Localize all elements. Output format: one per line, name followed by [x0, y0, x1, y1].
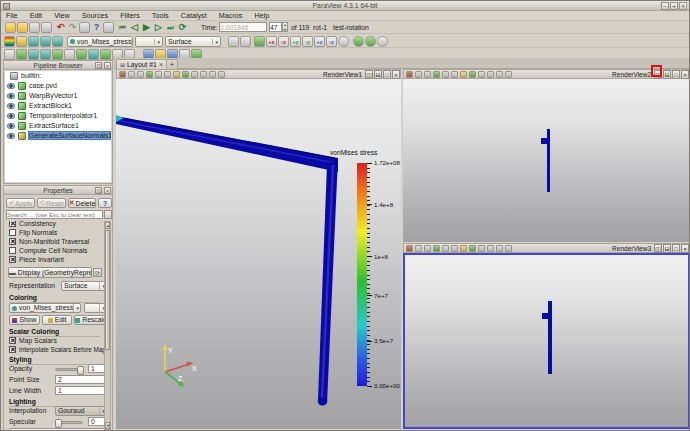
- coloring-component-combo[interactable]: ▾: [84, 303, 106, 313]
- pushpin-icon[interactable]: [119, 71, 126, 78]
- slider-handle[interactable]: [77, 366, 84, 375]
- rescale-button[interactable]: Rescale: [74, 315, 106, 325]
- properties-header[interactable]: Properties ⊡ ×: [4, 186, 112, 195]
- zoom-to-data-icon[interactable]: [228, 36, 239, 47]
- eye-visibility-icon[interactable]: [7, 123, 15, 129]
- link-camera-icon[interactable]: [128, 71, 135, 78]
- rescale-to-temporal-range-icon[interactable]: [52, 36, 63, 47]
- calculator-icon[interactable]: [4, 49, 15, 60]
- set-view-minus-x-icon[interactable]: -x: [278, 36, 289, 47]
- checkbox[interactable]: [9, 346, 16, 353]
- rescale-to-custom-range-icon[interactable]: [40, 36, 51, 47]
- new-layout-tab-button[interactable]: +: [166, 59, 178, 69]
- edit-color-map-button[interactable]: Edit: [42, 315, 72, 325]
- zoom-to-box-icon[interactable]: [164, 71, 171, 78]
- tab-layout-1[interactable]: ⊞ Layout #1 ×: [116, 59, 167, 69]
- legend-color-bar[interactable]: [357, 163, 367, 386]
- frame-spin-arrows-icon[interactable]: ▲▼: [282, 22, 288, 32]
- specular-slider[interactable]: [55, 421, 83, 424]
- link-camera-icon[interactable]: [415, 71, 422, 78]
- close-icon[interactable]: ×: [104, 62, 111, 69]
- representation-selector-combo[interactable]: Surface ▾: [165, 36, 221, 47]
- set-view-minus-x-icon[interactable]: [469, 71, 476, 78]
- set-view-minus-y-icon[interactable]: [200, 71, 207, 78]
- specular-color-button[interactable]: Specular Color: [9, 428, 106, 430]
- pipeline-item-selected[interactable]: GenerateSurfaceNormals1: [5, 131, 111, 141]
- reset-camera-icon[interactable]: [433, 245, 440, 252]
- component-selector-combo[interactable]: ▾: [135, 36, 163, 47]
- pipeline-item-builtin[interactable]: builtin:: [5, 71, 111, 81]
- checkbox[interactable]: [9, 337, 16, 344]
- split-vertical-icon[interactable]: ⊟: [374, 70, 382, 79]
- maximize-view-icon[interactable]: □: [672, 70, 680, 79]
- auto-apply-icon[interactable]: [103, 22, 114, 33]
- menu-macros[interactable]: Macros: [214, 11, 248, 21]
- scroll-up-icon[interactable]: ▲: [105, 222, 110, 229]
- scalar-bar-icon[interactable]: [4, 36, 15, 47]
- connect-server-icon[interactable]: [29, 22, 40, 33]
- set-view-plus-y-icon[interactable]: [478, 71, 485, 78]
- set-view-plus-x-icon[interactable]: [460, 245, 467, 252]
- pipeline-item[interactable]: case.pvd: [5, 81, 111, 91]
- set-view-minus-z-icon[interactable]: [505, 245, 512, 252]
- split-vertical-icon[interactable]: ⊟: [663, 70, 671, 79]
- pushpin-icon[interactable]: [406, 71, 413, 78]
- search-options-icon[interactable]: [104, 210, 112, 219]
- undo-icon[interactable]: ↶: [55, 22, 66, 33]
- help-icon[interactable]: ?: [91, 22, 102, 33]
- slider-handle[interactable]: [55, 419, 62, 428]
- previous-frame-icon[interactable]: ◁: [129, 22, 140, 33]
- pushpin-icon[interactable]: [406, 245, 413, 252]
- line-width-value[interactable]: 1: [55, 386, 106, 395]
- undock-icon[interactable]: ⊡: [95, 62, 102, 69]
- pipeline-item[interactable]: TemporalInterpolator1: [5, 111, 111, 121]
- close-button[interactable]: ×: [679, 2, 687, 10]
- set-view-plus-x-icon[interactable]: +x: [266, 36, 277, 47]
- menu-file[interactable]: File: [1, 11, 23, 21]
- set-view-plus-z-icon[interactable]: [496, 245, 503, 252]
- zoom-to-box-icon[interactable]: [451, 245, 458, 252]
- checkbox[interactable]: [9, 256, 16, 263]
- slice-icon[interactable]: [40, 49, 51, 60]
- reset-camera-icon[interactable]: [433, 71, 440, 78]
- restore-defaults-icon[interactable]: ⟳: [93, 268, 102, 277]
- pick-center-icon[interactable]: [377, 36, 388, 47]
- pipeline-browser-header[interactable]: Pipeline Browser ⊡ ×: [4, 61, 112, 70]
- set-view-minus-x-icon[interactable]: [182, 71, 189, 78]
- set-view-plus-z-icon[interactable]: [209, 71, 216, 78]
- eye-visibility-icon[interactable]: [7, 113, 15, 119]
- reset-camera-icon[interactable]: [146, 71, 153, 78]
- show-scalar-bar-button[interactable]: Show: [9, 315, 40, 325]
- display-section-button[interactable]: ▬Display (GeometryRepre: [8, 267, 92, 278]
- clip-icon[interactable]: [28, 49, 39, 60]
- pipeline-item[interactable]: ExtractSurface1: [5, 121, 111, 131]
- undock-icon[interactable]: ⊡: [95, 187, 102, 194]
- play-icon[interactable]: ▶: [141, 22, 152, 33]
- zoom-to-data-icon[interactable]: [442, 245, 449, 252]
- close-icon[interactable]: ×: [104, 187, 111, 194]
- apply-button[interactable]: ✔Apply: [6, 198, 35, 208]
- rotate-90-cw-icon[interactable]: [338, 36, 349, 47]
- rescale-to-data-range-icon[interactable]: [28, 36, 39, 47]
- reset-camera-icon[interactable]: [240, 36, 251, 47]
- interpolation-combo[interactable]: Gouraud ▾: [55, 406, 106, 416]
- eye-visibility-icon[interactable]: [7, 93, 15, 99]
- close-view-icon[interactable]: ×: [681, 244, 689, 253]
- help-button[interactable]: ?: [98, 198, 112, 208]
- edit-color-map-icon[interactable]: [16, 36, 27, 47]
- toggle-interaction-icon[interactable]: [424, 71, 431, 78]
- array-selector-combo[interactable]: von_Mises_stress ▾: [67, 36, 133, 47]
- render-view2[interactable]: [403, 79, 690, 242]
- coloring-array-combo[interactable]: von_Mises_stress ▾: [9, 303, 81, 313]
- maximize-button[interactable]: +: [670, 2, 678, 10]
- camera-undo-icon[interactable]: [79, 22, 90, 33]
- eye-visibility-icon[interactable]: [7, 103, 15, 109]
- eye-visibility-icon[interactable]: [7, 83, 15, 89]
- toggle-interaction-icon[interactable]: [137, 71, 144, 78]
- set-view-plus-y-icon[interactable]: [191, 71, 198, 78]
- delete-button[interactable]: ✕Delete: [68, 198, 96, 208]
- pipeline-item[interactable]: ExtractBlock1: [5, 101, 111, 111]
- redo-icon[interactable]: ↷: [67, 22, 78, 33]
- zoom-to-data-icon[interactable]: [155, 71, 162, 78]
- set-view-plus-y-icon[interactable]: [478, 245, 485, 252]
